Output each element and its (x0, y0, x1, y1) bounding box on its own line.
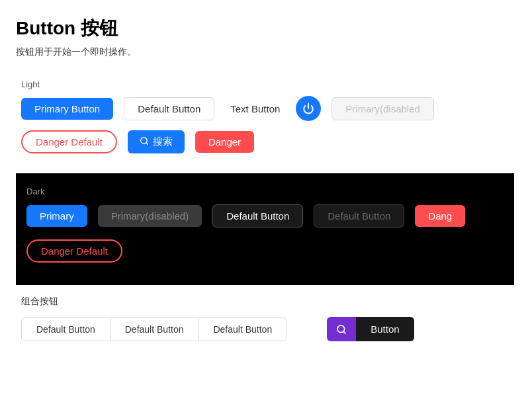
dark-primary-button[interactable]: Primary (26, 205, 87, 227)
danger-button[interactable]: Danger (195, 131, 254, 153)
text-button[interactable]: Text Button (225, 98, 285, 120)
page-title: Button 按钮 (16, 16, 514, 41)
combo-label: 组合按钮 (21, 296, 509, 308)
search-label: 搜索 (153, 136, 173, 148)
default-button[interactable]: Default Button (124, 97, 214, 120)
search-button[interactable]: 搜索 (128, 130, 185, 153)
dark-default-button-1[interactable]: Default Button (212, 204, 303, 228)
combo-section: 组合按钮 Default Button Default Button Defau… (16, 285, 514, 352)
combo-button-2[interactable]: Default Button (110, 318, 199, 341)
page-subtitle: 按钮用于开始一个即时操作。 (16, 46, 514, 58)
svg-line-4 (343, 331, 345, 333)
svg-line-2 (146, 143, 148, 145)
light-section: Light Primary Button Default Button Text… (16, 69, 514, 173)
dark-default-button-2[interactable]: Default Button (314, 204, 404, 228)
combo-search-icon (336, 324, 347, 335)
power-icon (296, 96, 321, 121)
primary-button[interactable]: Primary Button (21, 98, 113, 120)
dark-row-1: Primary Primary(disabled) Default Button… (26, 204, 504, 228)
dark-primary-disabled-button: Primary(disabled) (98, 205, 202, 227)
dark-danger-default-button[interactable]: Danger Default (26, 239, 122, 263)
light-row-1: Primary Button Default Button Text Butto… (21, 96, 509, 121)
search-button-combo: Button (327, 317, 414, 341)
light-row-2: Danger Default 搜索 Danger (21, 130, 509, 153)
combo-row: Default Button Default Button Default Bu… (21, 317, 509, 341)
combo-button-1[interactable]: Default Button (22, 318, 110, 341)
combo-button-3[interactable]: Default Button (199, 318, 287, 341)
combo-button-label[interactable]: Button (356, 317, 414, 341)
dark-row-2: Danger Default (26, 237, 504, 263)
dark-label: Dark (26, 187, 504, 196)
search-icon (140, 136, 149, 147)
power-icon-button[interactable] (296, 96, 321, 121)
light-label: Light (21, 79, 509, 89)
button-group: Default Button Default Button Default Bu… (21, 317, 287, 341)
combo-search-icon-button[interactable] (327, 317, 356, 341)
dark-section: Dark Primary Primary(disabled) Default B… (16, 173, 514, 285)
primary-disabled-button: Primary(disabled (331, 97, 434, 120)
danger-default-button[interactable]: Danger Default (21, 130, 117, 153)
dark-danger-button[interactable]: Dang (415, 205, 465, 227)
